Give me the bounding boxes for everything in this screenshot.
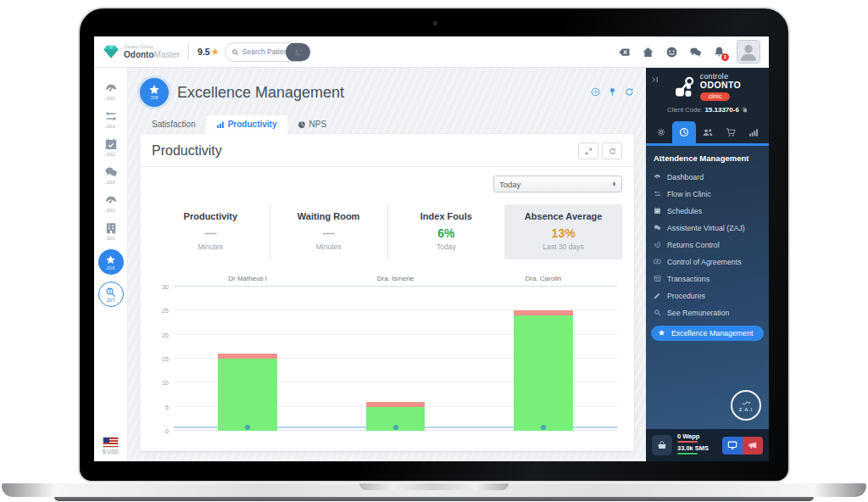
sidebar-item-label: See Remuneration xyxy=(667,309,729,317)
zai-assistant-button[interactable]: Z.A.I xyxy=(731,390,761,421)
rail-item-203[interactable]: 203 xyxy=(104,165,118,185)
expand-button[interactable] xyxy=(578,142,598,159)
chart-plot-area: 051015202530Dr Matheus IDra. IsmeneDra. … xyxy=(174,287,617,431)
pin-button[interactable] xyxy=(608,85,617,100)
home-icon xyxy=(642,46,654,59)
copy-icon[interactable] xyxy=(742,107,748,113)
sidebar-item-procedures[interactable]: Procedures xyxy=(654,292,761,300)
question-button[interactable]: ? xyxy=(591,85,600,100)
tab-bar: SatisfactionProductivityNPS xyxy=(142,115,634,134)
sidebar-nav-clock[interactable] xyxy=(672,121,695,143)
sidebar-item-assistente-virtual-zaj[interactable]: Assistente Virtual (ZAJ) xyxy=(654,224,761,232)
rail-item-300[interactable]: 300 xyxy=(104,193,118,213)
laptop-base-lip xyxy=(54,497,814,501)
sidebar-nav-cart[interactable] xyxy=(719,121,742,143)
search-input[interactable] xyxy=(239,47,286,56)
clinic-rating: 9.5 ★ xyxy=(198,47,219,57)
rail-item-201[interactable]: 201 xyxy=(104,109,118,129)
tab-label: Satisfaction xyxy=(152,120,196,129)
tab-label: Productivity xyxy=(228,120,277,129)
gridline xyxy=(174,286,617,287)
sidebar-item-see-remuneration[interactable]: See Remuneration xyxy=(654,309,761,317)
sidebar-item-label: Control of Agreements xyxy=(667,258,742,266)
basket-button[interactable] xyxy=(652,435,672,455)
y-axis-tick: 20 xyxy=(152,331,169,338)
sidebar-item-returns-control[interactable]: Returns Control xyxy=(654,241,761,249)
rail-item-207[interactable]: $207 xyxy=(98,282,124,307)
brand-logo[interactable]: Centro Clínico OdontoMaster xyxy=(103,43,180,60)
stat-value: — xyxy=(274,226,384,240)
category-label: Dr Matheus I xyxy=(228,275,267,282)
pin-icon xyxy=(608,87,617,97)
sidebar-nav-signal-bars[interactable] xyxy=(743,121,765,143)
collapse-sidebar-icon[interactable] xyxy=(651,72,659,81)
sidebar-item-schedules[interactable]: Schedules xyxy=(654,207,761,215)
app-body: 200201202203300301206$207 $ USD 208 Exce… xyxy=(94,68,769,461)
client-code-label: Client Code: xyxy=(667,106,702,114)
stat-absence-average: Absence Average13%Last 30 days xyxy=(504,204,622,259)
sidebar-menu: Attendence Management DashboardFlow in C… xyxy=(646,146,769,429)
stat-sub: Minutes xyxy=(155,243,266,251)
sidebar-nav-gears[interactable] xyxy=(649,121,672,143)
user-avatar[interactable] xyxy=(737,40,760,64)
monitor-button[interactable] xyxy=(722,437,743,455)
sidebar-item-label: Procedures xyxy=(667,292,705,300)
rail-item-206[interactable]: 206 xyxy=(98,249,124,275)
category-label: Dra. Ismene xyxy=(377,275,415,282)
star-icon xyxy=(148,84,160,96)
support-face-button[interactable] xyxy=(665,46,678,59)
header-icon-group: 1 xyxy=(618,46,726,59)
sidebar-item-control-of-agreements[interactable]: Control of Agreements xyxy=(654,258,761,266)
rail-item-301[interactable]: 301 xyxy=(104,221,118,241)
panel-header: Productivity xyxy=(140,142,634,167)
megaphone-button[interactable] xyxy=(743,437,763,455)
chat-bubbles-button[interactable] xyxy=(689,46,702,59)
wapp-underline xyxy=(677,441,698,443)
sidebar-item-dashboard[interactable]: Dashboard xyxy=(654,173,761,181)
swap-arrows-icon xyxy=(654,190,661,198)
rail-item-202[interactable]: 202 xyxy=(104,137,118,157)
bar-segment-red xyxy=(218,354,277,359)
right-sidebar: controle ODONTO clinic Client Code: 15.1… xyxy=(646,68,769,461)
app-screen: Centro Clínico OdontoMaster 9.5 ★ 1 2002… xyxy=(94,36,769,461)
tab-productivity[interactable]: Productivity xyxy=(206,115,287,134)
tab-nps[interactable]: NPS xyxy=(287,115,337,134)
us-flag-icon[interactable] xyxy=(103,438,118,447)
hospital-icon xyxy=(104,221,118,235)
sidebar-item-transactions[interactable]: Transactions xyxy=(654,275,761,283)
sidebar-item-label: Dashboard xyxy=(667,173,704,181)
stat-label: Index Fouls xyxy=(392,211,502,221)
refresh-button[interactable] xyxy=(625,85,634,100)
tab-satisfaction[interactable]: Satisfaction xyxy=(142,115,206,134)
rail-item-number: 300 xyxy=(106,208,114,213)
page-title: Excellence Management xyxy=(177,84,344,102)
y-axis-tick: 30 xyxy=(152,283,169,291)
clock-icon xyxy=(679,127,689,137)
home-button[interactable] xyxy=(642,46,654,59)
logo-text: controle ODONTO clinic xyxy=(700,73,741,101)
baseline-dot xyxy=(541,425,546,430)
expand-icon xyxy=(585,148,593,155)
sidebar-item-label: Assistente Virtual (ZAJ) xyxy=(667,224,745,232)
add-patient-button[interactable] xyxy=(286,42,310,62)
sms-count: 33.0k SMS xyxy=(677,445,709,452)
sidebar-item-flow-in-clinic[interactable]: Flow in Clinic xyxy=(654,190,761,198)
bell-button[interactable]: 1 xyxy=(713,46,726,59)
y-axis-tick: 10 xyxy=(152,379,169,387)
bar-segment-green xyxy=(218,359,277,431)
chat-bubbles-icon xyxy=(689,46,702,59)
sidebar-item-excellence-management[interactable]: Excellence Management xyxy=(651,326,764,341)
logo-line2: ODONTO xyxy=(700,81,741,91)
rail-item-200[interactable]: 200 xyxy=(104,81,118,101)
people-icon xyxy=(703,127,713,137)
y-axis-tick: 15 xyxy=(152,355,169,363)
refresh-button[interactable] xyxy=(602,142,622,159)
sidebar-nav-people[interactable] xyxy=(696,121,719,143)
patient-search xyxy=(225,42,311,62)
svg-text:$: $ xyxy=(108,288,111,293)
calendar-check-icon xyxy=(654,207,661,215)
search-icon xyxy=(231,48,239,56)
tag-x-button[interactable] xyxy=(618,46,631,59)
period-select-value: Today xyxy=(499,180,520,189)
period-select[interactable]: Today ▲▼ xyxy=(493,176,622,192)
